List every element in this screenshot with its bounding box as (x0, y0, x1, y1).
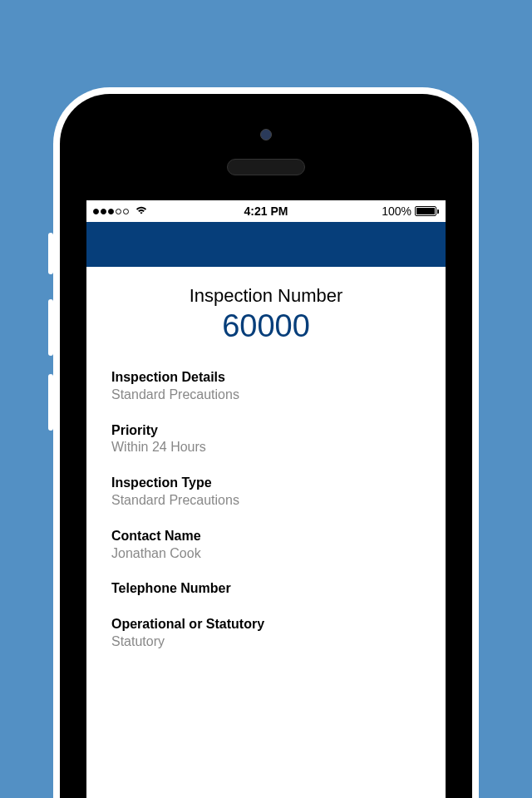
inspection-header: Inspection Number 60000 (111, 285, 421, 344)
inspection-title-label: Inspection Number (111, 285, 421, 307)
status-left (93, 204, 148, 218)
content-area[interactable]: Inspection Number 60000 Inspection Detai… (86, 267, 446, 651)
field-label: Inspection Details (111, 369, 421, 387)
field-contact-name: Contact Name Jonathan Cook (111, 528, 421, 563)
field-label: Operational or Statutory (111, 616, 421, 633)
field-label: Contact Name (111, 528, 421, 545)
signal-strength-icon (93, 209, 129, 214)
app-screen: 4:21 PM 100% Inspection Number 60000 (86, 200, 446, 798)
field-telephone-number: Telephone Number (111, 580, 421, 598)
speaker-grille (227, 159, 305, 175)
field-value: Jonathan Cook (111, 545, 421, 563)
status-bar: 4:21 PM 100% (86, 200, 446, 222)
field-label: Priority (111, 422, 421, 440)
status-time: 4:21 PM (244, 204, 288, 218)
phone-bezel: 4:21 PM 100% Inspection Number 60000 (60, 94, 472, 798)
field-inspection-details: Inspection Details Standard Precautions (111, 369, 421, 404)
mute-switch (48, 233, 53, 274)
battery-percent-label: 100% (382, 204, 411, 218)
fields-list: Inspection Details Standard Precautions … (111, 369, 421, 651)
navigation-bar (86, 222, 446, 267)
camera-icon (260, 129, 272, 140)
wifi-icon (135, 204, 148, 218)
field-value: Statutory (111, 633, 421, 651)
phone-device-frame: 4:21 PM 100% Inspection Number 60000 (53, 87, 479, 798)
battery-icon (415, 206, 439, 216)
field-label: Telephone Number (111, 580, 421, 598)
field-priority: Priority Within 24 Hours (111, 422, 421, 457)
field-value: Within 24 Hours (111, 439, 421, 456)
field-value: Standard Precautions (111, 387, 421, 404)
status-right: 100% (382, 204, 439, 218)
field-label: Inspection Type (111, 475, 421, 492)
field-inspection-type: Inspection Type Standard Precautions (111, 475, 421, 510)
field-value: Standard Precautions (111, 492, 421, 510)
volume-down-button (48, 374, 53, 431)
volume-up-button (48, 299, 53, 356)
inspection-number-value: 60000 (111, 308, 421, 344)
field-operational-or-statutory: Operational or Statutory Statutory (111, 616, 421, 651)
